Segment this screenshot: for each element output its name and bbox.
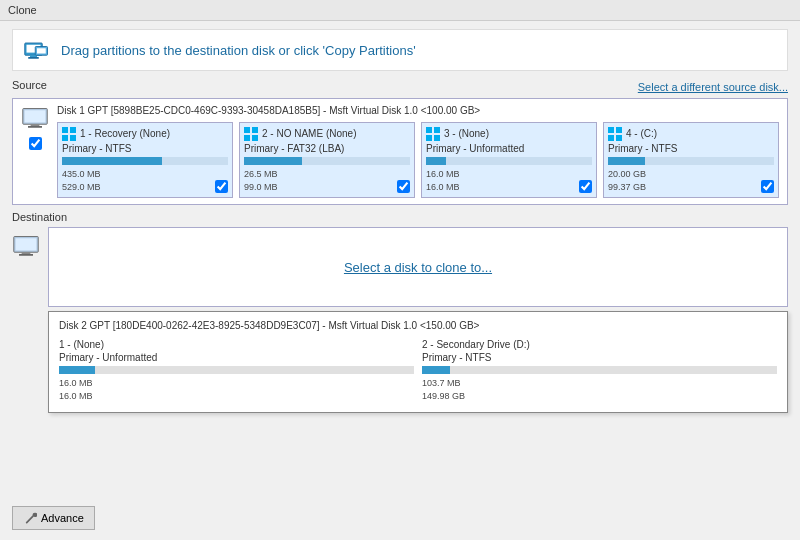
disk2-title: Disk 2 GPT [180DE400-0262-42E3-8925-5348… xyxy=(59,320,777,331)
partition-4-footer: 20.00 GB 99.37 GB xyxy=(608,168,774,193)
partition-card-4: 4 - (C:) Primary - NTFS 20.00 GB 99.37 G… xyxy=(603,122,779,198)
svg-rect-3 xyxy=(28,57,39,59)
partition-2-footer: 26.5 MB 99.0 MB xyxy=(244,168,410,193)
svg-rect-29 xyxy=(19,254,33,256)
partition-2-sizes: 26.5 MB 99.0 MB xyxy=(244,168,278,193)
destination-section: Destination Select a disk to clone to... xyxy=(12,211,788,500)
clone-window: Clone Drag partitions to the destination… xyxy=(0,0,800,540)
svg-rect-12 xyxy=(62,135,68,141)
partition-card-2: 2 - NO NAME (None) Primary - FAT32 (LBA)… xyxy=(239,122,415,198)
disk2-partition-1-progress-fill xyxy=(59,366,95,374)
partition-3-type: Primary - Unformatted xyxy=(426,143,592,154)
disk2-partition-1-progress-bg xyxy=(59,366,414,374)
partition-2-progress-bg xyxy=(244,157,410,165)
source-section: Source Select a different source disk... xyxy=(12,79,788,205)
partition-4-checkbox[interactable] xyxy=(761,180,774,193)
svg-rect-25 xyxy=(616,135,622,141)
partition-1-header: 1 - Recovery (None) xyxy=(62,127,228,141)
disk2-partition-2: 2 - Secondary Drive (D:) Primary - NTFS … xyxy=(422,337,777,404)
destination-monitor-icon xyxy=(12,233,40,261)
instruction-text: Drag partitions to the destination disk … xyxy=(61,43,416,58)
partition-3-footer: 16.0 MB 16.0 MB xyxy=(426,168,592,193)
disk2-partitions: 1 - (None) Primary - Unformatted 16.0 MB… xyxy=(59,337,777,404)
partition-4-progress-bg xyxy=(608,157,774,165)
partition-3-progress-bg xyxy=(426,157,592,165)
partition-4-header: 4 - (C:) xyxy=(608,127,774,141)
svg-rect-14 xyxy=(244,127,250,133)
partition-1-footer: 435.0 MB 529.0 MB xyxy=(62,168,228,193)
partition-card-1: 1 - Recovery (None) Primary - NTFS 435.0… xyxy=(57,122,233,198)
partition-4-type: Primary - NTFS xyxy=(608,143,774,154)
partition-2-type: Primary - FAT32 (LBA) xyxy=(244,143,410,154)
svg-rect-15 xyxy=(252,127,258,133)
partition-4-sizes: 20.00 GB 99.37 GB xyxy=(608,168,646,193)
partition-4-progress-fill xyxy=(608,157,645,165)
svg-rect-22 xyxy=(608,127,614,133)
svg-rect-5 xyxy=(37,48,46,53)
destination-box[interactable]: Select a disk to clone to... xyxy=(48,227,788,307)
source-disk-info: Disk 1 GPT [5898BE25-CDC0-469C-9393-3045… xyxy=(57,105,779,198)
partition-3-checkbox[interactable] xyxy=(579,180,592,193)
svg-rect-10 xyxy=(62,127,68,133)
title-bar: Clone xyxy=(0,0,800,21)
partition-1-progress-fill xyxy=(62,157,162,165)
source-disk-title: Disk 1 GPT [5898BE25-CDC0-469C-9393-3045… xyxy=(57,105,779,116)
partition-2-checkbox[interactable] xyxy=(397,180,410,193)
svg-rect-20 xyxy=(426,135,432,141)
svg-rect-19 xyxy=(434,127,440,133)
bottom-bar: Advance xyxy=(12,500,788,532)
clone-icon xyxy=(23,36,51,64)
source-disk-checkbox-area[interactable] xyxy=(29,137,42,150)
source-disk-container: Disk 1 GPT [5898BE25-CDC0-469C-9393-3045… xyxy=(12,98,788,205)
windows-icon-4 xyxy=(608,127,622,141)
partition-1-checkbox[interactable] xyxy=(215,180,228,193)
partitions-row: 1 - Recovery (None) Primary - NTFS 435.0… xyxy=(57,122,779,198)
source-disk-icon-area xyxy=(21,105,49,150)
partition-1-name: 1 - Recovery (None) xyxy=(80,128,170,140)
wrench-icon xyxy=(23,511,37,525)
svg-rect-24 xyxy=(608,135,614,141)
instruction-bar: Drag partitions to the destination disk … xyxy=(12,29,788,71)
disk2-partition-2-progress-bg xyxy=(422,366,777,374)
partition-2-name: 2 - NO NAME (None) xyxy=(262,128,356,140)
partition-3-progress-fill xyxy=(426,157,446,165)
disk2-partition-1-sizes: 16.0 MB 16.0 MB xyxy=(59,377,414,402)
destination-label: Destination xyxy=(12,211,788,223)
svg-rect-18 xyxy=(426,127,432,133)
partition-2-progress-fill xyxy=(244,157,302,165)
partition-2-header: 2 - NO NAME (None) xyxy=(244,127,410,141)
svg-rect-23 xyxy=(616,127,622,133)
select-disk-link[interactable]: Select a disk to clone to... xyxy=(344,260,492,275)
windows-icon-1 xyxy=(62,127,76,141)
disk2-partition-1-name: 1 - (None) xyxy=(59,339,414,350)
source-monitor-icon xyxy=(21,105,49,133)
svg-rect-13 xyxy=(70,135,76,141)
windows-icon-3 xyxy=(426,127,440,141)
disk2-container: Disk 2 GPT [180DE400-0262-42E3-8925-5348… xyxy=(48,311,788,413)
partition-1-progress-bg xyxy=(62,157,228,165)
svg-rect-9 xyxy=(28,126,42,128)
svg-rect-8 xyxy=(31,124,40,126)
source-header: Source Select a different source disk... xyxy=(12,79,788,95)
svg-rect-7 xyxy=(25,110,46,122)
svg-rect-11 xyxy=(70,127,76,133)
disk2-partition-2-name: 2 - Secondary Drive (D:) xyxy=(422,339,777,350)
disk2-partition-2-progress-fill xyxy=(422,366,450,374)
source-disk-checkbox[interactable] xyxy=(29,137,42,150)
partition-3-header: 3 - (None) xyxy=(426,127,592,141)
svg-rect-28 xyxy=(22,252,31,254)
partition-3-name: 3 - (None) xyxy=(444,128,489,140)
svg-rect-17 xyxy=(252,135,258,141)
partition-4-name: 4 - (C:) xyxy=(626,128,657,140)
source-link[interactable]: Select a different source disk... xyxy=(638,81,788,93)
svg-rect-27 xyxy=(16,238,37,250)
partition-1-type: Primary - NTFS xyxy=(62,143,228,154)
advance-button[interactable]: Advance xyxy=(12,506,95,530)
window-content: Drag partitions to the destination disk … xyxy=(0,21,800,540)
disk2-partition-1: 1 - (None) Primary - Unformatted 16.0 MB… xyxy=(59,337,414,404)
advance-label: Advance xyxy=(41,512,84,524)
windows-icon-2 xyxy=(244,127,258,141)
partition-3-sizes: 16.0 MB 16.0 MB xyxy=(426,168,460,193)
svg-rect-16 xyxy=(244,135,250,141)
window-title: Clone xyxy=(8,4,37,16)
